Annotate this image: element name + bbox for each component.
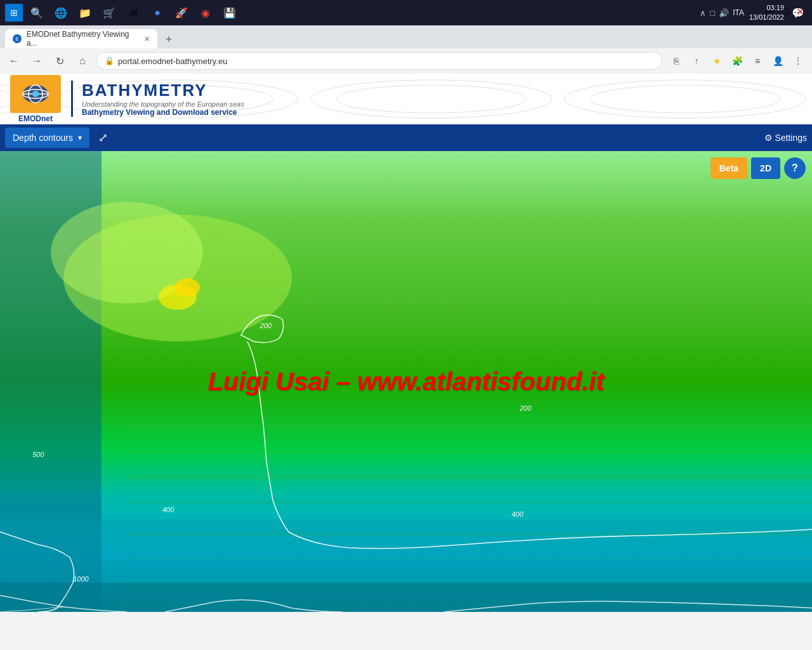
taskbar-chrome[interactable]: ◉ <box>197 4 214 22</box>
svg-rect-20 <box>127 583 812 586</box>
browser-frame: E EMODnet Bathymetry Viewing a... × + — … <box>0 25 812 650</box>
svg-rect-14 <box>127 424 812 429</box>
site-title: BATHYMETRY <box>82 81 244 100</box>
tab-search-btn[interactable]: ⎘ <box>667 52 685 70</box>
tab-bar: E EMODnet Bathymetry Viewing a... × + — … <box>0 25 812 48</box>
taskbar-mail[interactable]: ✉ <box>124 4 142 22</box>
home-button[interactable]: ⌂ <box>74 52 91 70</box>
taskbar-edge[interactable]: 🌐 <box>52 4 70 22</box>
menu-btn[interactable]: ⋮ <box>789 52 807 70</box>
taskbar-search[interactable]: 🔍 <box>28 4 46 22</box>
dropdown-arrow-icon: ▾ <box>78 133 82 142</box>
emodnet-label: EMODnet <box>18 114 53 123</box>
emodnet-logo[interactable] <box>10 75 61 113</box>
system-tray: ∧ □ 🔊 ITA <box>700 8 744 18</box>
depth-contours-dropdown[interactable]: Depth contours ▾ <box>5 128 89 148</box>
tab-title: EMODnet Bathymetry Viewing a... <box>27 30 140 48</box>
active-tab[interactable]: E EMODnet Bathymetry Viewing a... × <box>5 29 157 48</box>
address-bar: ← → ↻ ⌂ 🔒 portal.emodnet-bathymetry.eu ⎘… <box>0 48 812 74</box>
taskbar-store[interactable]: 🛒 <box>100 4 118 22</box>
svg-point-13 <box>174 278 200 297</box>
browser-close[interactable]: ✕ <box>794 3 807 20</box>
site-service: Bathymetry Viewing and Download service <box>82 108 244 117</box>
share-btn[interactable]: ↑ <box>688 52 705 70</box>
browser-toolbar-right: ⎘ ↑ ★ 🧩 ≡ 👤 ⋮ <box>667 52 807 70</box>
expand-button[interactable]: ⤢ <box>95 128 112 147</box>
tray-chevron[interactable]: ∧ <box>700 8 706 18</box>
url-input[interactable]: 🔒 portal.emodnet-bathymetry.eu <box>96 52 662 70</box>
taskbar-files[interactable]: 📁 <box>76 4 94 22</box>
logo-text-area: BATHYMETRY Understanding the topography … <box>71 81 244 117</box>
tray-display[interactable]: □ <box>710 8 715 18</box>
map-area: Luigi Usai – www.atlantisfound.it Beta 2… <box>0 151 812 612</box>
tab-close-button[interactable]: × <box>145 34 150 44</box>
2d-button[interactable]: 2D <box>751 157 780 179</box>
browser-maximize[interactable]: □ <box>780 3 791 20</box>
beta-button[interactable]: Beta <box>710 157 747 179</box>
extensions-btn[interactable]: 🧩 <box>728 52 746 70</box>
svg-rect-17 <box>127 500 812 504</box>
tray-lang: ITA <box>733 8 744 17</box>
taskbar-icons: 🔍 🌐 📁 🛒 ✉ ● 🚀 ◉ 💾 <box>28 4 239 22</box>
taskbar: ⊞ 🔍 🌐 📁 🛒 ✉ ● 🚀 ◉ 💾 ∧ □ 🔊 ITA 03:19 13/0… <box>0 0 812 25</box>
site-subtitle: Understanding the topography of the Euro… <box>82 100 244 108</box>
browser-minimize[interactable]: — <box>762 3 777 20</box>
taskbar-browser1[interactable]: ● <box>148 4 166 22</box>
start-button[interactable]: ⊞ <box>5 4 23 22</box>
map-toolbar: Depth contours ▾ ⤢ ⚙ Settings <box>0 124 812 151</box>
back-button[interactable]: ← <box>5 52 23 70</box>
sidebar-btn[interactable]: ≡ <box>749 52 766 70</box>
help-button[interactable]: ? <box>784 157 806 179</box>
settings-button[interactable]: ⚙ Settings <box>764 133 807 143</box>
bathymetry-map <box>0 151 812 612</box>
svg-rect-19 <box>127 557 812 560</box>
forward-button[interactable]: → <box>28 52 46 70</box>
taskbar-drive[interactable]: 💾 <box>221 4 239 22</box>
depth-contours-label: Depth contours <box>13 133 73 143</box>
secure-icon: 🔒 <box>105 56 114 65</box>
taskbar-rocket[interactable]: 🚀 <box>173 4 190 22</box>
svg-rect-16 <box>127 475 812 480</box>
svg-rect-15 <box>127 449 812 454</box>
map-overlay-buttons: Beta 2D ? <box>710 157 806 179</box>
url-text: portal.emodnet-bathymetry.eu <box>118 56 227 66</box>
profile-btn[interactable]: 👤 <box>769 52 787 70</box>
svg-point-5 <box>32 91 39 97</box>
svg-rect-9 <box>0 583 812 612</box>
reload-button[interactable]: ↻ <box>51 52 69 70</box>
logo-area: EMODnet BATHYMETRY Understanding the top… <box>10 75 244 123</box>
site-header: EMODnet BATHYMETRY Understanding the top… <box>0 74 812 124</box>
new-tab-button[interactable]: + <box>160 30 178 48</box>
tab-favicon: E <box>13 34 22 43</box>
tray-volume[interactable]: 🔊 <box>719 8 729 18</box>
bookmark-btn[interactable]: ★ <box>708 52 726 70</box>
